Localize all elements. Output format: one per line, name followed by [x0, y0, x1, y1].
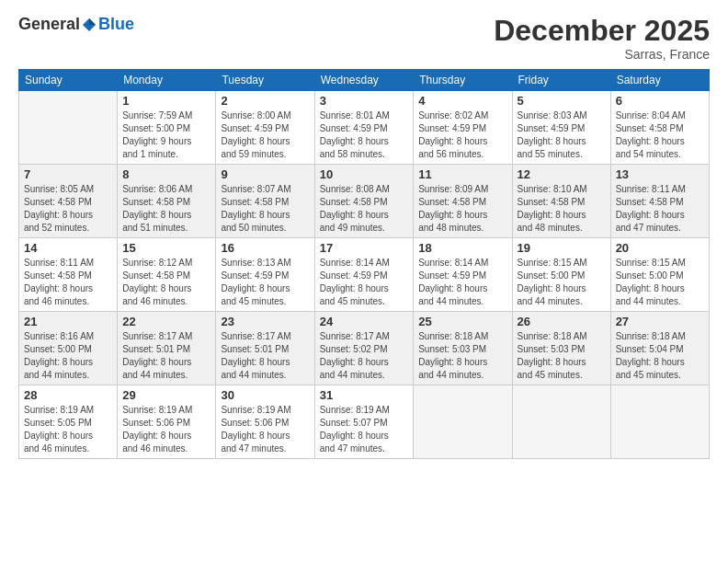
week-row: 21Sunrise: 8:16 AMSunset: 5:00 PMDayligh… — [19, 312, 710, 385]
day-cell — [414, 385, 512, 459]
day-info: Sunrise: 8:16 AMSunset: 5:00 PMDaylight:… — [24, 330, 112, 382]
day-number: 7 — [24, 167, 112, 181]
day-info: Sunrise: 7:59 AMSunset: 5:00 PMDaylight:… — [122, 109, 210, 161]
day-number: 17 — [320, 241, 409, 255]
day-info: Sunrise: 8:19 AMSunset: 5:06 PMDaylight:… — [221, 404, 309, 455]
day-info: Sunrise: 8:14 AMSunset: 4:59 PMDaylight:… — [320, 257, 409, 308]
day-cell: 3Sunrise: 8:01 AMSunset: 4:59 PMDaylight… — [314, 91, 414, 165]
day-cell: 13Sunrise: 8:11 AMSunset: 4:58 PMDayligh… — [610, 165, 709, 238]
day-info: Sunrise: 8:18 AMSunset: 5:03 PMDaylight:… — [418, 330, 506, 382]
week-row: 1Sunrise: 7:59 AMSunset: 5:00 PMDaylight… — [19, 91, 710, 165]
title-block: December 2025 Sarras, France — [494, 15, 710, 62]
day-cell: 9Sunrise: 8:07 AMSunset: 4:58 PMDaylight… — [216, 165, 314, 238]
day-info: Sunrise: 8:14 AMSunset: 4:59 PMDaylight:… — [418, 257, 506, 308]
day-info: Sunrise: 8:04 AMSunset: 4:58 PMDaylight:… — [616, 109, 704, 161]
day-info: Sunrise: 8:07 AMSunset: 4:58 PMDaylight:… — [221, 183, 309, 235]
day-number: 3 — [320, 94, 409, 108]
day-cell: 30Sunrise: 8:19 AMSunset: 5:06 PMDayligh… — [216, 385, 314, 459]
week-row: 14Sunrise: 8:11 AMSunset: 4:58 PMDayligh… — [19, 238, 710, 312]
day-cell: 10Sunrise: 8:08 AMSunset: 4:58 PMDayligh… — [314, 165, 414, 238]
day-cell: 6Sunrise: 8:04 AMSunset: 4:58 PMDaylight… — [610, 91, 709, 165]
day-number: 26 — [518, 315, 606, 328]
logo: General Blue — [18, 15, 134, 34]
logo-text: General Blue — [18, 15, 134, 34]
day-info: Sunrise: 8:19 AMSunset: 5:06 PMDaylight:… — [122, 404, 210, 455]
page: General Blue December 2025 Sarras, Franc… — [0, 0, 728, 563]
day-number: 8 — [122, 167, 210, 181]
day-info: Sunrise: 8:18 AMSunset: 5:03 PMDaylight:… — [518, 330, 606, 382]
day-info: Sunrise: 8:17 AMSunset: 5:01 PMDaylight:… — [221, 330, 309, 382]
day-number: 31 — [320, 388, 409, 402]
day-info: Sunrise: 8:19 AMSunset: 5:07 PMDaylight:… — [320, 404, 409, 455]
day-number: 21 — [24, 315, 112, 328]
day-info: Sunrise: 8:11 AMSunset: 4:58 PMDaylight:… — [616, 183, 704, 235]
day-cell: 4Sunrise: 8:02 AMSunset: 4:59 PMDaylight… — [414, 91, 512, 165]
day-number: 18 — [418, 241, 506, 255]
day-info: Sunrise: 8:08 AMSunset: 4:58 PMDaylight:… — [320, 183, 409, 235]
day-cell: 15Sunrise: 8:12 AMSunset: 4:58 PMDayligh… — [118, 238, 216, 312]
day-info: Sunrise: 8:09 AMSunset: 4:58 PMDaylight:… — [418, 183, 506, 235]
day-info: Sunrise: 8:02 AMSunset: 4:59 PMDaylight:… — [418, 109, 506, 161]
day-number: 6 — [616, 94, 704, 108]
day-cell — [19, 91, 118, 165]
day-cell: 20Sunrise: 8:15 AMSunset: 5:00 PMDayligh… — [610, 238, 709, 312]
header-cell-sunday: Sunday — [19, 70, 118, 91]
day-number: 22 — [122, 315, 210, 328]
day-number: 27 — [616, 315, 704, 328]
day-cell: 14Sunrise: 8:11 AMSunset: 4:58 PMDayligh… — [19, 238, 118, 312]
day-cell: 18Sunrise: 8:14 AMSunset: 4:59 PMDayligh… — [414, 238, 512, 312]
svg-marker-1 — [89, 18, 96, 25]
logo-blue: Blue — [98, 15, 134, 34]
header-cell-tuesday: Tuesday — [216, 70, 314, 91]
day-info: Sunrise: 8:13 AMSunset: 4:59 PMDaylight:… — [221, 257, 309, 308]
week-row: 28Sunrise: 8:19 AMSunset: 5:05 PMDayligh… — [19, 385, 710, 459]
day-number: 29 — [122, 388, 210, 402]
logo-icon — [81, 17, 97, 33]
day-info: Sunrise: 8:12 AMSunset: 4:58 PMDaylight:… — [122, 257, 210, 308]
day-cell: 2Sunrise: 8:00 AMSunset: 4:59 PMDaylight… — [216, 91, 314, 165]
day-info: Sunrise: 8:11 AMSunset: 4:58 PMDaylight:… — [24, 257, 112, 308]
day-cell: 29Sunrise: 8:19 AMSunset: 5:06 PMDayligh… — [118, 385, 216, 459]
day-number: 13 — [616, 167, 704, 181]
day-number: 4 — [418, 94, 506, 108]
day-info: Sunrise: 8:00 AMSunset: 4:59 PMDaylight:… — [221, 109, 309, 161]
day-cell: 5Sunrise: 8:03 AMSunset: 4:59 PMDaylight… — [512, 91, 610, 165]
day-number: 5 — [518, 94, 606, 108]
day-number: 23 — [221, 315, 309, 328]
day-cell: 11Sunrise: 8:09 AMSunset: 4:58 PMDayligh… — [414, 165, 512, 238]
header-cell-saturday: Saturday — [610, 70, 709, 91]
day-number: 19 — [518, 241, 606, 255]
day-cell — [512, 385, 610, 459]
day-info: Sunrise: 8:10 AMSunset: 4:58 PMDaylight:… — [518, 183, 606, 235]
day-cell: 16Sunrise: 8:13 AMSunset: 4:59 PMDayligh… — [216, 238, 314, 312]
day-number: 10 — [320, 167, 409, 181]
day-info: Sunrise: 8:06 AMSunset: 4:58 PMDaylight:… — [122, 183, 210, 235]
day-cell — [610, 385, 709, 459]
calendar-subtitle: Sarras, France — [494, 47, 710, 62]
day-cell: 24Sunrise: 8:17 AMSunset: 5:02 PMDayligh… — [314, 312, 414, 385]
day-number: 14 — [24, 241, 112, 255]
day-info: Sunrise: 8:03 AMSunset: 4:59 PMDaylight:… — [518, 109, 606, 161]
day-cell: 25Sunrise: 8:18 AMSunset: 5:03 PMDayligh… — [414, 312, 512, 385]
header-cell-thursday: Thursday — [414, 70, 512, 91]
day-cell: 17Sunrise: 8:14 AMSunset: 4:59 PMDayligh… — [314, 238, 414, 312]
day-number: 11 — [418, 167, 506, 181]
day-info: Sunrise: 8:15 AMSunset: 5:00 PMDaylight:… — [518, 257, 606, 308]
day-cell: 31Sunrise: 8:19 AMSunset: 5:07 PMDayligh… — [314, 385, 414, 459]
header-cell-friday: Friday — [512, 70, 610, 91]
day-number: 12 — [518, 167, 606, 181]
day-cell: 22Sunrise: 8:17 AMSunset: 5:01 PMDayligh… — [118, 312, 216, 385]
day-info: Sunrise: 8:15 AMSunset: 5:00 PMDaylight:… — [616, 257, 704, 308]
day-cell: 26Sunrise: 8:18 AMSunset: 5:03 PMDayligh… — [512, 312, 610, 385]
logo-general: General — [18, 15, 80, 34]
header-cell-monday: Monday — [118, 70, 216, 91]
day-cell: 27Sunrise: 8:18 AMSunset: 5:04 PMDayligh… — [610, 312, 709, 385]
day-cell: 8Sunrise: 8:06 AMSunset: 4:58 PMDaylight… — [118, 165, 216, 238]
day-number: 9 — [221, 167, 309, 181]
day-number: 20 — [616, 241, 704, 255]
day-cell: 21Sunrise: 8:16 AMSunset: 5:00 PMDayligh… — [19, 312, 118, 385]
day-info: Sunrise: 8:01 AMSunset: 4:59 PMDaylight:… — [320, 109, 409, 161]
day-number: 24 — [320, 315, 409, 328]
header-row: SundayMondayTuesdayWednesdayThursdayFrid… — [19, 70, 710, 91]
week-row: 7Sunrise: 8:05 AMSunset: 4:58 PMDaylight… — [19, 165, 710, 238]
